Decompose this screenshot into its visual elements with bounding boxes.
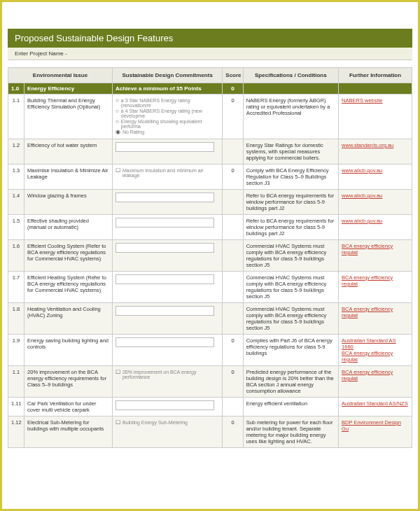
row-info: www.standards.org.au: [339, 139, 412, 164]
section-num: 1.0: [8, 83, 24, 94]
row-spec: Refer to BCA energy requirements for win…: [243, 215, 338, 240]
radio-label: a 3 Star NABERS Energy rating (renovatio…: [121, 98, 220, 108]
info-link[interactable]: BCA energy efficiency regulat: [342, 306, 393, 318]
row-info: Australian Standard AS/NZS: [339, 398, 412, 416]
document-page: Proposed Sustainable Design Features Ent…: [8, 29, 412, 448]
section-score: 0: [223, 83, 243, 94]
row-spec: Energy efficient ventilation: [243, 398, 338, 416]
row-spec: Complies with Part J6 of BCA energy effi…: [243, 335, 338, 366]
row-score: [223, 240, 243, 272]
info-link[interactable]: NABERS website: [342, 97, 382, 104]
section-row: 1.0Energy EfficiencyAchieve a minimum of…: [8, 83, 412, 94]
row-issue: Building Thermal and Energy Efficiency S…: [24, 94, 113, 139]
radio-option[interactable]: ○Energy Modelling showing equivalent per…: [115, 119, 219, 129]
row-info: www.abcb.gov.au: [339, 164, 412, 190]
checkbox-icon: ☐: [115, 168, 120, 174]
radio-label: a 4 Star NABERS Energy rating (new devel…: [121, 108, 220, 118]
section-info: [339, 83, 412, 94]
row-issue: Effective shading provided (manual or au…: [24, 215, 113, 240]
radio-option[interactable]: ◉No Rating: [115, 130, 219, 135]
radio-option[interactable]: ○a 4 Star NABERS Energy rating (new deve…: [115, 108, 219, 118]
table-row: 1.1Building Thermal and Energy Efficienc…: [8, 94, 412, 139]
radio-icon: ○: [115, 108, 119, 114]
row-num: 1.11: [8, 398, 24, 416]
text-input[interactable]: [115, 218, 214, 227]
header-issue: Environmental Issue: [8, 68, 113, 83]
row-score: [223, 398, 243, 416]
row-info: BCA energy efficiency regulat: [339, 240, 412, 272]
checkbox-option[interactable]: ☐Building Energy Sub-Metering: [115, 420, 219, 426]
checkbox-option[interactable]: ☐Maximum insulation and minimum air leak…: [115, 168, 219, 178]
info-link[interactable]: Australian Standard AS/NZS: [342, 400, 408, 407]
row-score: [223, 139, 243, 164]
checkbox-label: 20% improvement on BCA energy performanc…: [122, 370, 219, 379]
row-spec: Comply with BCA Energy Efficiency Regula…: [243, 164, 338, 190]
table-row: 1.3Maximise Insulation & Minimize Air Le…: [8, 164, 412, 190]
design-features-table: Environmental Issue Sustainable Design C…: [8, 67, 412, 448]
row-commit: [112, 398, 222, 416]
table-row: 1.11Car Park Ventilation for under cover…: [8, 398, 412, 416]
row-spec: Refer to BCA energy requirements for win…: [243, 190, 338, 215]
text-input[interactable]: [115, 243, 214, 253]
info-link[interactable]: BCA energy efficiency regulat: [342, 243, 393, 255]
info-link[interactable]: www.abcb.gov.au: [342, 167, 382, 174]
row-issue: Car Park Ventilation for under cover mul…: [24, 398, 113, 416]
table-row: 1.7Efficient Heating System (Refer to BC…: [8, 272, 412, 303]
table-row: 1.120% improvement on the BCA energy eff…: [8, 366, 412, 398]
row-commit: [112, 335, 222, 366]
table-row: 1.6Efficient Cooling System (Refer to BC…: [8, 240, 412, 272]
row-num: 1.4: [8, 190, 24, 215]
row-num: 1.1: [8, 366, 24, 398]
info-link[interactable]: www.abcb.gov.au: [342, 218, 382, 224]
radio-icon: ○: [115, 119, 119, 125]
text-input[interactable]: [115, 192, 214, 202]
checkbox-option[interactable]: ☐20% improvement on BCA energy performan…: [115, 370, 219, 379]
section-spec: [243, 83, 338, 94]
title-bar: Proposed Sustainable Design Features: [8, 29, 412, 48]
row-spec: Commercial HVAC Systems must comply with…: [243, 303, 338, 335]
row-issue: Window glazing & frames: [24, 190, 113, 215]
row-num: 1.3: [8, 164, 24, 190]
text-input[interactable]: [115, 142, 214, 152]
row-score: 0: [223, 335, 243, 366]
info-link[interactable]: Australian Standard AS 1680: [342, 337, 396, 350]
row-commit: [112, 190, 222, 215]
row-spec: Commercial HVAC Systems must comply with…: [243, 240, 338, 272]
row-score: 0: [223, 94, 243, 139]
radio-option[interactable]: ○a 3 Star NABERS Energy rating (renovati…: [115, 98, 219, 108]
row-info: BCA energy efficiency regulat: [339, 272, 412, 303]
row-info: www.abcb.gov.au: [339, 190, 412, 215]
text-input[interactable]: [115, 274, 214, 284]
row-commit: ○a 3 Star NABERS Energy rating (renovati…: [112, 94, 222, 139]
row-score: 0: [223, 366, 243, 398]
text-input[interactable]: [115, 337, 214, 347]
checkbox-label: Maximum insulation and minimum air leaka…: [122, 168, 219, 178]
info-link[interactable]: BDP Environment Design Gu: [342, 419, 401, 432]
section-target: Achieve a minimum of 35 Points: [112, 83, 222, 94]
row-spec: Sub metering for power for each floor an…: [243, 416, 338, 448]
row-num: 1.9: [8, 335, 24, 366]
text-input[interactable]: [115, 400, 214, 410]
row-info: BDP Environment Design Gu: [339, 416, 412, 448]
table-row: 1.9Energy saving building lighting and c…: [8, 335, 412, 366]
text-input[interactable]: [115, 306, 214, 316]
row-issue: Efficient Heating System (Refer to BCA e…: [24, 272, 113, 303]
row-info: Australian Standard AS 1680BCA energy ef…: [339, 335, 412, 366]
table-row: 1.8Heating Ventilation and Cooling (HVAC…: [8, 303, 412, 335]
row-issue: 20% improvement on the BCA energy effici…: [24, 366, 113, 398]
info-link[interactable]: www.abcb.gov.au: [342, 192, 382, 199]
row-score: 0: [223, 416, 243, 448]
info-link[interactable]: BCA energy efficiency regulat: [342, 274, 393, 287]
project-name-row: Enter Project Name -: [8, 48, 412, 60]
row-num: 1.7: [8, 272, 24, 303]
info-link[interactable]: www.standards.org.au: [342, 142, 393, 148]
info-link[interactable]: BCA energy efficiency regulat: [342, 369, 393, 382]
header-row: Environmental Issue Sustainable Design C…: [8, 68, 412, 83]
row-commit: ☐Building Energy Sub-Metering: [112, 416, 222, 448]
section-title: Energy Efficiency: [24, 83, 113, 94]
row-info: NABERS website: [339, 94, 412, 139]
row-num: 1.6: [8, 240, 24, 272]
row-num: 1.8: [8, 303, 24, 335]
header-score: Score: [223, 68, 243, 83]
info-link[interactable]: BCA energy efficiency regulat: [342, 350, 393, 363]
